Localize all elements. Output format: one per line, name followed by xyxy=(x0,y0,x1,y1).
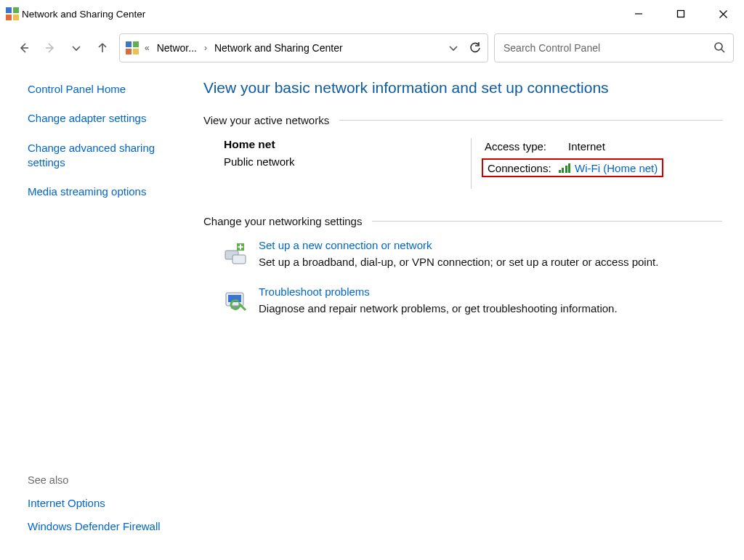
see-also-label: See also xyxy=(28,474,176,486)
svg-rect-12 xyxy=(238,246,243,248)
titlebar: Network and Sharing Center xyxy=(0,0,744,28)
page-title: View your basic network information and … xyxy=(203,79,722,97)
up-button[interactable] xyxy=(96,41,109,54)
task-setup-connection: Set up a new connection or network Set u… xyxy=(224,239,722,268)
access-type-label: Access type: xyxy=(485,140,568,153)
address-dropdown-button[interactable] xyxy=(447,41,460,54)
section-label: View your active networks xyxy=(203,114,329,126)
connections-highlight: Connections: Wi-Fi (Home net) xyxy=(482,158,663,177)
search-input[interactable] xyxy=(502,41,713,54)
sidebar-firewall[interactable]: Windows Defender Firewall xyxy=(28,519,176,534)
connections-label: Connections: xyxy=(488,162,551,174)
task-setup-desc: Set up a broadband, dial-up, or VPN conn… xyxy=(259,256,658,268)
task-troubleshoot: Troubleshoot problems Diagnose and repai… xyxy=(224,285,722,315)
network-type: Public network xyxy=(224,155,471,168)
breadcrumb: « Networ... › Network and Sharing Center xyxy=(143,41,442,55)
wifi-signal-icon xyxy=(559,163,571,173)
refresh-button[interactable] xyxy=(469,41,482,54)
connection-link[interactable]: Wi-Fi (Home net) xyxy=(575,162,658,174)
search-box[interactable] xyxy=(494,33,734,62)
access-type-value: Internet xyxy=(568,140,605,153)
back-button[interactable] xyxy=(17,41,31,54)
nav-arrows xyxy=(10,41,113,54)
minimize-button[interactable] xyxy=(618,0,660,28)
divider xyxy=(471,138,472,189)
section-active-networks: View your active networks xyxy=(203,114,722,126)
section-label: Change your networking settings xyxy=(203,215,362,227)
task-setup-link[interactable]: Set up a new connection or network xyxy=(259,239,432,251)
divider xyxy=(339,120,722,121)
window-title: Network and Sharing Center xyxy=(19,9,618,20)
close-button[interactable] xyxy=(702,0,744,28)
breadcrumb-item[interactable]: Networ... xyxy=(153,41,201,55)
search-icon[interactable] xyxy=(713,41,726,54)
breadcrumb-ellipsis[interactable]: « xyxy=(143,43,151,53)
svg-rect-1 xyxy=(678,11,684,17)
control-panel-icon xyxy=(6,7,19,20)
recent-locations-button[interactable] xyxy=(70,41,83,54)
network-name: Home net xyxy=(224,138,471,151)
control-panel-icon xyxy=(126,41,139,54)
main-content: View your basic network information and … xyxy=(189,68,744,560)
sidebar-adapter-settings[interactable]: Change adapter settings xyxy=(28,111,176,126)
sidebar-advanced-sharing[interactable]: Change advanced sharing settings xyxy=(28,141,176,171)
svg-line-7 xyxy=(721,49,724,52)
sidebar-internet-options[interactable]: Internet Options xyxy=(28,496,176,511)
chevron-right-icon: › xyxy=(203,43,209,53)
troubleshoot-icon xyxy=(224,288,247,312)
divider xyxy=(372,221,722,222)
active-network: Home net Public network Access type: Int… xyxy=(224,138,722,189)
setup-connection-icon xyxy=(224,242,247,265)
sidebar-media-streaming[interactable]: Media streaming options xyxy=(28,184,176,199)
section-change-settings: Change your networking settings xyxy=(203,215,722,227)
task-troubleshoot-link[interactable]: Troubleshoot problems xyxy=(259,285,370,298)
nav-row: « Networ... › Network and Sharing Center xyxy=(0,28,744,68)
svg-rect-9 xyxy=(232,255,246,264)
task-troubleshoot-desc: Diagnose and repair network problems, or… xyxy=(259,302,618,315)
forward-button[interactable] xyxy=(44,41,57,54)
maximize-button[interactable] xyxy=(660,0,702,28)
sidebar-home[interactable]: Control Panel Home xyxy=(28,82,176,97)
svg-point-6 xyxy=(715,43,722,50)
breadcrumb-item[interactable]: Network and Sharing Center xyxy=(210,41,347,55)
address-bar[interactable]: « Networ... › Network and Sharing Center xyxy=(119,33,488,62)
sidebar: Control Panel Home Change adapter settin… xyxy=(0,68,189,560)
